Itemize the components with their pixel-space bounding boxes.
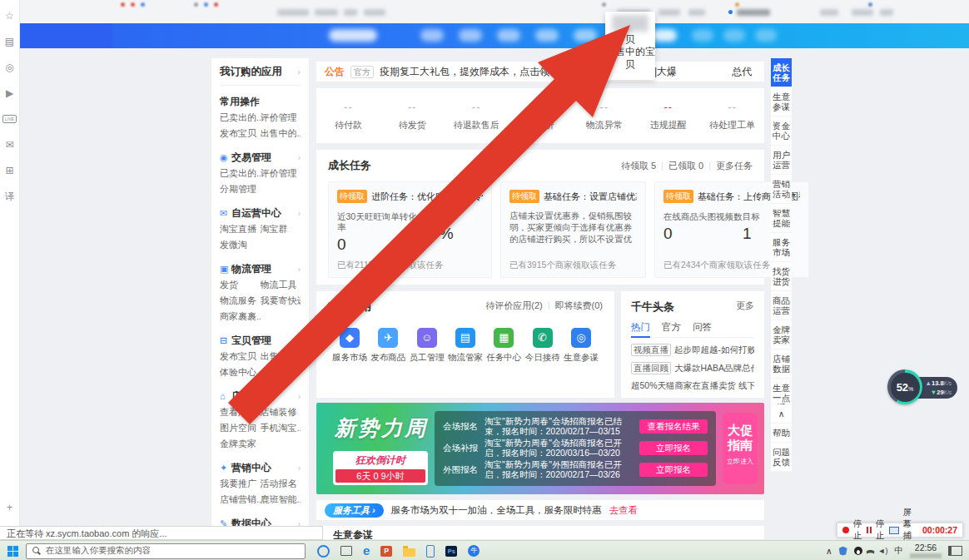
sidebar-link[interactable]: 物流工具: [261, 277, 301, 293]
todo-stat-待处理工单[interactable]: --待处理工单: [700, 101, 764, 131]
rail-tab-资金中心[interactable]: 资金中心: [771, 116, 792, 146]
notebook-icon[interactable]: ▤: [0, 32, 19, 52]
chevron-right-icon[interactable]: ›: [298, 463, 301, 473]
net-speed-widget[interactable]: ▲13.8K/s ▼29K/s 52%: [887, 369, 962, 406]
headline-item[interactable]: 直播回顾大爆款HABA品牌总代来直播！: [631, 362, 754, 374]
headlines-tab-热门[interactable]: 热门: [631, 321, 650, 338]
announcement-link-1[interactable]: 疫期复工大礼包，提效降成本，点击领取！: [380, 65, 569, 79]
sidebar-link[interactable]: 出售中的...: [261, 349, 301, 364]
record-pause-button[interactable]: 停止: [876, 518, 885, 542]
nav-item-blurred[interactable]: [574, 29, 597, 42]
app-shortcut-生意参谋[interactable]: ◎生意参谋: [563, 328, 599, 364]
sidebar-link[interactable]: 店铺营销...: [220, 492, 261, 508]
rail-tab-服务市场[interactable]: 服务市场: [771, 233, 792, 262]
chevron-right-icon[interactable]: ›: [298, 209, 301, 218]
todo-stat-违规提醒[interactable]: --违规提醒: [636, 101, 700, 131]
chevron-right-icon[interactable]: ›: [298, 336, 301, 345]
sidebar-section-title[interactable]: ✦营销中心›: [220, 459, 301, 476]
growth-summary-1[interactable]: 已领取 0: [668, 160, 703, 172]
task-view-icon[interactable]: [340, 546, 352, 556]
sidebar-link[interactable]: 店铺装修: [261, 404, 301, 420]
sidebar-title-row[interactable]: 我订购的应用 ›: [220, 58, 301, 86]
apps-renew-link[interactable]: 即将续费(0): [555, 300, 603, 315]
promo-guide-button[interactable]: 大促 指南 立即进入: [723, 413, 758, 484]
sidebar-link[interactable]: 图片空间: [220, 420, 261, 436]
sidebar-link[interactable]: 已卖出的...: [220, 110, 261, 126]
nav-item-open-blurred[interactable]: [652, 29, 677, 42]
cart-icon[interactable]: ⊞: [0, 161, 19, 181]
action-center-icon[interactable]: [948, 546, 962, 556]
service-tools-pill[interactable]: 服务工具 ›: [325, 503, 384, 518]
sidebar-section-title[interactable]: ◉交易管理›: [220, 149, 301, 166]
sidebar-link[interactable]: 商家裹裹...: [220, 309, 261, 325]
apps-pending-review-link[interactable]: 待评价应用(2): [485, 300, 542, 315]
sidebar-link[interactable]: 我要寄快递: [261, 293, 301, 309]
rail-tab-成长任务[interactable]: 成长任务: [771, 58, 792, 87]
taskbar-search-box[interactable]: 在这里输入你要搜索的内容: [26, 543, 306, 559]
cortana-icon[interactable]: [317, 545, 330, 558]
headlines-tab-官方[interactable]: 官方: [662, 321, 681, 334]
sidebar-link[interactable]: 查看淘宝...: [220, 404, 261, 420]
phone-app-icon[interactable]: [426, 545, 435, 558]
security-shield-icon[interactable]: [839, 547, 847, 556]
sidebar-link[interactable]: 已卖出的...: [220, 166, 261, 181]
search-icon[interactable]: ◎: [0, 57, 19, 77]
sidebar-link[interactable]: 物流服务: [220, 293, 261, 309]
translate-icon[interactable]: 译: [0, 186, 19, 206]
sidebar-section-title[interactable]: ⊟宝贝管理›: [220, 332, 301, 349]
sidebar-link[interactable]: 评价管理: [261, 110, 301, 126]
announcement-link-2-tail[interactable]: 总代: [732, 65, 752, 79]
rail-tab-帮助[interactable]: 帮助: [771, 424, 792, 443]
nav-item-blurred[interactable]: [692, 29, 713, 42]
rail-collapse-icon[interactable]: ∧: [771, 404, 792, 424]
app-shortcut-今日接待[interactable]: ✆今日接待: [524, 328, 561, 364]
screen-capture-icon[interactable]: [889, 527, 899, 534]
rail-tab-店铺数据[interactable]: 店铺数据: [771, 349, 792, 379]
rail-tab-金牌卖家[interactable]: 金牌卖家: [771, 320, 792, 349]
go-view-link[interactable]: 去查看: [609, 504, 639, 517]
nav-item-blurred[interactable]: [497, 29, 520, 42]
tray-expand-icon[interactable]: ∧: [826, 546, 832, 556]
app-shortcut-任务中心[interactable]: ▦任务中心: [485, 328, 522, 364]
rail-tab-生意参谋[interactable]: 生意参谋: [771, 87, 792, 116]
dropdown-item-publish-tail[interactable]: 贝: [605, 33, 655, 46]
live-icon[interactable]: LIVE: [0, 109, 19, 129]
chevron-right-icon[interactable]: ›: [298, 265, 301, 274]
record-stop-icon[interactable]: [842, 527, 849, 533]
sidebar-link[interactable]: 淘宝直播: [220, 221, 261, 237]
todo-stat-待评价[interactable]: --待评价: [509, 101, 573, 131]
growth-task-card[interactable]: 待领取进阶任务：优化旺旺询单转化率近30天旺旺询单转化率0目标50%已有2115…: [328, 181, 492, 278]
chevron-right-icon[interactable]: ›: [298, 153, 301, 162]
sidebar-link[interactable]: 出售中的...: [261, 126, 301, 141]
nav-item-blurred[interactable]: [723, 29, 745, 42]
speaker-icon[interactable]: ◄): [878, 547, 888, 555]
sidebar-link[interactable]: 鹿班智能...: [261, 492, 301, 508]
todo-stat-待退款售后[interactable]: --待退款售后: [445, 101, 509, 131]
record-stop-button[interactable]: 停止: [853, 518, 862, 542]
record-pause-icon[interactable]: [867, 527, 872, 533]
rail-tab-问题反馈[interactable]: 问题反馈: [771, 443, 792, 472]
sidebar-link[interactable]: 发货: [220, 277, 261, 293]
sidebar-section-title[interactable]: ✉自运营中心›: [220, 205, 301, 221]
dropdown-item-blurred[interactable]: [612, 15, 648, 32]
taskbar-clock[interactable]: 22:56: [910, 543, 942, 558]
dropdown-item-onsale-items[interactable]: 出售中的宝贝: [605, 46, 655, 71]
campaign-banner[interactable]: 新势力周 狂欢倒计时 6天 0 9小时 会场报名淘宝"新势力周春"会场招商报名已…: [316, 403, 764, 494]
nav-item-blurred[interactable]: [755, 29, 777, 42]
headlines-more-link[interactable]: 更多: [736, 300, 754, 315]
nav-item-blurred[interactable]: [420, 29, 444, 42]
rail-tab-营销活动[interactable]: 营销活动: [771, 175, 792, 204]
sidebar-section-title[interactable]: ⌂店铺管理›: [220, 388, 301, 404]
rail-tab-找货进货[interactable]: 找货进货: [771, 262, 792, 291]
sidebar-link[interactable]: 体验中心: [220, 364, 261, 380]
rail-tab-用户运营[interactable]: 用户运营: [771, 146, 792, 175]
input-method-indicator[interactable]: 中: [895, 545, 904, 557]
qianniu-app-icon[interactable]: 牛: [468, 545, 480, 557]
start-button[interactable]: [7, 546, 18, 557]
sidebar-section-title[interactable]: ▣物流管理›: [220, 260, 301, 277]
todo-stat-待付款[interactable]: --待付款: [316, 101, 380, 131]
edge-browser-icon[interactable]: e: [363, 545, 370, 557]
video-icon[interactable]: ▶: [0, 83, 19, 103]
headline-item[interactable]: 视频直播起步即超越-如何打败日销500单的...: [631, 344, 754, 356]
banner-row-button[interactable]: 查看报名结果: [639, 419, 708, 434]
